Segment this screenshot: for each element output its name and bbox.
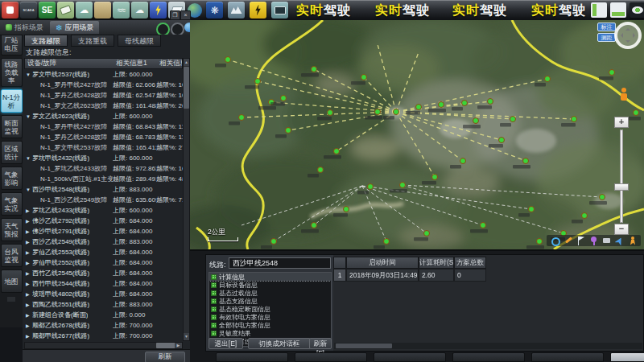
station-marker-icon[interactable]	[286, 128, 291, 134]
bottom-tab[interactable]	[610, 352, 644, 362]
list-item[interactable]: 全部转电方案信息	[209, 321, 331, 329]
station-marker-icon[interactable]	[312, 67, 317, 72]
station-marker-icon[interactable]	[318, 167, 324, 173]
table-row[interactable]: ▶西竹乙线2545(线路)上限: 684.000	[24, 268, 183, 278]
table-row[interactable]: ▶罗仙甲线2552(线路)上限: 684.000	[24, 257, 183, 268]
scrollbar-handle[interactable]	[184, 67, 189, 109]
table-row[interactable]: ▶新建组合设备(断面)上限: 0.000	[24, 310, 183, 320]
station-marker-icon[interactable]	[312, 223, 317, 228]
station-marker-icon[interactable]	[368, 184, 374, 190]
station-marker-icon[interactable]	[384, 239, 390, 245]
sidebar-item-线路负载率[interactable]: 线路负载率	[1, 58, 23, 87]
table-row[interactable]: ▼西沙甲线2548(线路)上限: 883.000	[24, 184, 183, 195]
result-horizontal-scrollbar[interactable]	[334, 343, 642, 349]
chevron-right-icon[interactable]: ▶	[26, 323, 32, 328]
station-marker-icon[interactable]	[334, 149, 340, 154]
scada-icon[interactable]: SCADA	[20, 2, 37, 19]
table-row[interactable]: ▶西沙乙线2549(线路)上限: 883.000	[24, 237, 183, 247]
pan-up-icon[interactable]	[625, 26, 630, 31]
chevron-right-icon[interactable]: ▶	[26, 208, 32, 213]
station-marker-icon[interactable]	[499, 138, 505, 143]
station-marker-icon[interactable]	[239, 115, 245, 121]
list-item[interactable]: 计算信息	[209, 273, 331, 281]
pan-down-icon[interactable]	[625, 40, 630, 45]
station-marker-icon[interactable]	[400, 183, 406, 188]
close-window-icon[interactable]: ×	[180, 10, 191, 20]
sidebar-item-断面监视[interactable]: 断面监视	[1, 115, 23, 138]
table-row[interactable]: ▶罗仙乙线2553(线路)上限: 684.000	[24, 247, 183, 257]
station-marker-icon[interactable]	[488, 99, 493, 105]
table-row[interactable]: ▼N-1_罗丹乙线2428故障越限值: 62.547越限%: 10.4	[24, 90, 183, 101]
tab-application-scene[interactable]: ❄ 应用场景	[50, 21, 99, 34]
station-marker-icon[interactable]	[634, 110, 639, 116]
table-row[interactable]: ▼罗文乙线2623(线路)上限: 600.000	[24, 111, 183, 121]
chevron-right-icon[interactable]: ▶	[26, 228, 32, 234]
restore-window-icon[interactable]: ❐	[170, 10, 180, 20]
station-marker-icon[interactable]	[432, 175, 438, 180]
sidebar-item-气象影响[interactable]: 气象影响	[1, 167, 23, 190]
sidebar-item-台风监视[interactable]: 台风监视	[1, 244, 23, 267]
list-item[interactable]: 基态过载信息	[209, 289, 331, 297]
sidebar-item-天气预报[interactable]: 天气预报	[1, 218, 23, 241]
bolt-blue-icon[interactable]	[150, 2, 167, 19]
network-icon[interactable]: ❋	[206, 2, 223, 19]
map-pin-icon[interactable]	[589, 237, 598, 245]
refresh-result-button[interactable]: 刷新[F]	[309, 338, 332, 349]
surveyor-icon[interactable]	[94, 2, 111, 19]
table-row[interactable]: ▼罗文甲线2537(线路)上限: 600.000	[24, 69, 183, 80]
chevron-down-icon[interactable]: ▼	[26, 187, 32, 192]
pan-right-icon[interactable]	[633, 33, 638, 38]
terrain-icon[interactable]	[228, 2, 245, 19]
chevron-right-icon[interactable]: ▶	[26, 281, 32, 286]
zoom-in-button[interactable]: +	[614, 117, 629, 128]
chevron-right-icon[interactable]: ▶	[26, 239, 32, 245]
list-item[interactable]: 目标设备信息	[209, 281, 331, 289]
horizontal-scrollbar[interactable]: ▶	[24, 342, 183, 349]
table-row[interactable]: ▼N-1_罗丹乙线2428故障越限值: 68.783越限%: 11.4	[24, 132, 183, 142]
tab-indicator-scene[interactable]: 指标场景	[0, 21, 49, 34]
station-marker-icon[interactable]	[523, 158, 529, 164]
satellite-map[interactable]: 标注 测距 + − 2公里	[190, 20, 644, 251]
layout-left-panel-icon[interactable]	[591, 2, 607, 18]
zoom-slider-handle[interactable]	[614, 183, 629, 191]
zoom-out-button[interactable]: −	[614, 224, 629, 235]
table-row[interactable]: ▶顺都乙线2678(线路)上限: 700.000	[24, 320, 183, 331]
sidebar-item-厂站电压[interactable]: 厂站电压	[1, 32, 23, 56]
bottom-tab[interactable]	[531, 352, 604, 362]
table-row[interactable]: ▶佛沙乙线2792(线路)上限: 684.000	[24, 216, 183, 226]
station-marker-icon[interactable]	[600, 195, 605, 200]
locate-icon[interactable]	[551, 237, 559, 245]
pan-left-icon[interactable]	[618, 33, 623, 38]
exit-button[interactable]: 退出[E]	[208, 338, 243, 349]
list-item[interactable]: 有效转电方案信息	[209, 313, 331, 321]
station-marker-icon[interactable]	[375, 109, 381, 115]
list-item[interactable]: 基态稳定断面信息	[209, 305, 331, 313]
sidebar-item-地图[interactable]: 地图	[1, 269, 23, 293]
table-row[interactable]: ▶坡瑶甲线4802(线路)上限: 684.000	[24, 289, 183, 299]
table-row[interactable]: ▶顺都甲线2677(线路)上限: 700.000	[24, 331, 183, 341]
chevron-right-icon[interactable]: ▶	[26, 333, 32, 339]
bottom-tab[interactable]	[374, 352, 446, 362]
chevron-right-icon[interactable]: ▶	[26, 291, 32, 297]
station-marker-icon[interactable]	[582, 213, 588, 219]
bolt-yellow-icon[interactable]	[250, 2, 266, 19]
table-row[interactable]: ▶罗坑乙线2433(线路)上限: 600.000	[24, 205, 183, 216]
waves-icon[interactable]: ≈≈	[113, 2, 130, 19]
scroll-up-icon[interactable]: ▲	[184, 59, 189, 66]
result-category-list[interactable]: 计算信息目标设备信息基态过载信息基态支路信息基态稳定断面信息有效转电方案信息全部…	[208, 272, 332, 347]
table-row[interactable]: ▶西陶乙线2551(线路)上限: 883.000	[24, 299, 183, 310]
zoom-slider-track[interactable]	[620, 130, 623, 223]
table-row[interactable]: ▼N-1_罗丹甲线2427故障越限值: 62.606越限%: 10.4	[24, 80, 183, 90]
table-row[interactable]: ▼N-1_罗丹甲线2427故障越限值: 68.843越限%: 11.4	[24, 121, 183, 132]
table-row[interactable]: ▶西竹甲线2544(线路)上限: 684.000	[24, 278, 183, 289]
station-marker-icon[interactable]	[473, 118, 479, 124]
label-icon[interactable]	[602, 237, 611, 245]
chevron-right-icon[interactable]: ▶	[26, 218, 32, 224]
eye-view-icon[interactable]	[630, 2, 644, 18]
station-marker-icon[interactable]	[424, 231, 430, 237]
station-marker-icon[interactable]	[462, 101, 468, 106]
station-marker-icon[interactable]	[255, 79, 261, 84]
sidebar-item-区域统计[interactable]: 区域统计	[1, 141, 23, 164]
station-marker-icon[interactable]	[225, 57, 231, 63]
station-marker-icon[interactable]	[537, 239, 543, 245]
